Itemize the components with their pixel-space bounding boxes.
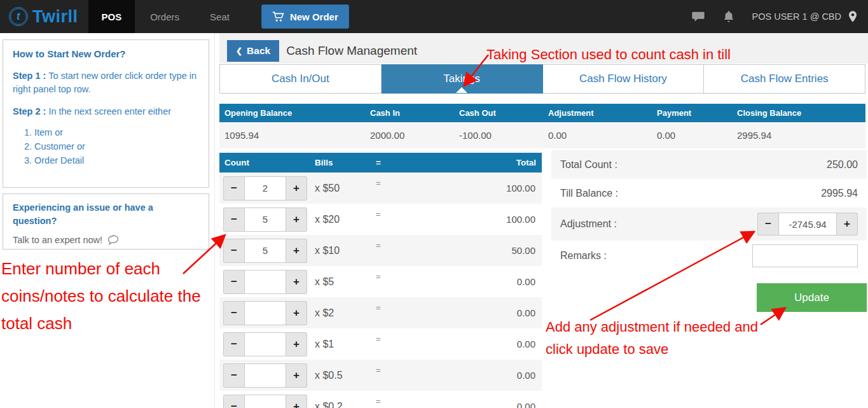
chat-icon[interactable]: [691, 10, 705, 24]
speech-bubble-icon: [107, 234, 120, 246]
remarks-row: Remarks :: [551, 241, 867, 271]
help-panel-title: How to Start New Order?: [13, 48, 199, 59]
count-table-header: Count Bills = Total: [219, 153, 542, 172]
help-step-1: Step 1 : To start new order click order …: [13, 69, 199, 96]
back-button[interactable]: ❮ Back: [227, 40, 279, 62]
minus-button[interactable]: −: [757, 213, 778, 236]
plus-button[interactable]: +: [286, 239, 307, 263]
plus-button[interactable]: +: [286, 270, 307, 294]
minus-button[interactable]: −: [223, 176, 244, 200]
row-total: 100.00: [411, 214, 542, 225]
plus-button[interactable]: +: [286, 208, 307, 232]
count-row-0-5: − + x $0.5 = 0.00: [219, 360, 542, 391]
plus-button[interactable]: +: [286, 176, 307, 200]
denomination-count-table: Count Bills = Total − + x $50 = 100.00: [219, 153, 542, 408]
row-total: 0.00: [411, 339, 542, 349]
plus-button[interactable]: +: [837, 213, 858, 236]
minus-button[interactable]: −: [223, 395, 244, 408]
equals-sign: =: [376, 297, 411, 313]
annotation-count-note: Enter number of each coins/notes to calc…: [1, 255, 214, 337]
balance-summary-table: Opening Balance Cash In Cash Out Adjustm…: [219, 104, 865, 148]
count-input[interactable]: [244, 208, 286, 232]
minus-button[interactable]: −: [223, 270, 244, 294]
tab-cash-in-out[interactable]: Cash In/Out: [219, 64, 382, 94]
count-input[interactable]: [244, 363, 286, 388]
help-panel: How to Start New Order? Step 1 : To star…: [3, 39, 209, 188]
adjustment-row: Adjustment : − +: [551, 208, 867, 241]
plus-button[interactable]: +: [286, 363, 307, 388]
count-row-0-2: − + x $0.2 = 0.00: [219, 391, 542, 408]
row-total: 0.00: [411, 307, 542, 318]
bill-label: x $10: [315, 245, 376, 257]
tab-takings-label: Takings: [443, 73, 480, 85]
col-count: Count: [219, 158, 315, 167]
adjustment-label: Adjustment :: [560, 218, 617, 230]
equals-sign: =: [376, 328, 411, 344]
count-input[interactable]: [244, 301, 286, 325]
plus-button[interactable]: +: [286, 395, 307, 408]
count-input[interactable]: [244, 270, 286, 294]
count-stepper: − +: [223, 301, 315, 325]
equals-sign: =: [376, 204, 411, 219]
nav-item-pos[interactable]: POS: [88, 0, 135, 33]
nav-item-orders[interactable]: Orders: [135, 0, 195, 33]
user-label: POS USER 1 @ CBD: [752, 10, 859, 23]
minus-button[interactable]: −: [223, 208, 244, 232]
brand-logo[interactable]: t Twirll: [0, 7, 88, 27]
cash-out-value: -100.00: [454, 130, 543, 141]
equals-sign: =: [376, 235, 411, 250]
brand-name: Twirll: [32, 7, 78, 27]
talk-to-expert-text: Talk to an expert now!: [13, 235, 102, 245]
count-row-5: − + x $5 = 0.00: [219, 266, 542, 297]
cart-icon: [272, 11, 284, 23]
payment-value: 0.00: [652, 130, 732, 141]
bill-label: x $20: [315, 214, 376, 225]
minus-button[interactable]: −: [223, 363, 244, 388]
count-row-10: − + x $10 = 50.00: [219, 235, 542, 266]
plus-button[interactable]: +: [286, 332, 307, 356]
annotation-adjust-line1: Add any adjustment if needed and: [546, 316, 758, 338]
help-step-2: Step 2 : In the next screen enter either: [13, 105, 199, 118]
minus-button[interactable]: −: [223, 239, 244, 263]
minus-button[interactable]: −: [223, 301, 244, 325]
new-order-button[interactable]: New Order: [261, 4, 349, 29]
location-pin-icon: [846, 10, 859, 23]
bell-icon[interactable]: [722, 10, 736, 24]
help-step-1-label: Step 1 :: [13, 71, 46, 81]
update-button[interactable]: Update: [757, 283, 867, 312]
talk-to-expert-link[interactable]: Talk to an expert now!: [13, 234, 199, 246]
col-equals: =: [376, 158, 411, 167]
count-stepper: − +: [223, 208, 315, 232]
back-button-label: Back: [247, 45, 270, 57]
balance-table-row: 1095.94 2000.00 -100.00 0.00 0.00 2995.9…: [219, 122, 865, 148]
row-total: 0.00: [411, 401, 542, 408]
count-input[interactable]: [244, 332, 286, 356]
minus-button[interactable]: −: [223, 332, 244, 356]
active-tab-caret: [456, 87, 467, 93]
cash-in-value: 2000.00: [365, 130, 454, 141]
row-total: 0.00: [411, 370, 542, 381]
total-count-value: 250.00: [827, 159, 858, 171]
count-input[interactable]: [244, 395, 286, 408]
plus-button[interactable]: +: [286, 301, 307, 325]
tab-cash-flow-history[interactable]: Cash Flow History: [543, 64, 705, 94]
till-balance-label: Till Balance :: [560, 188, 618, 199]
adjustment-stepper: − +: [757, 213, 858, 236]
opening-balance-value: 1095.94: [219, 130, 365, 141]
nav-item-seat[interactable]: Seat: [195, 0, 245, 33]
new-order-label: New Order: [290, 11, 338, 22]
count-input[interactable]: [244, 176, 286, 200]
tab-takings[interactable]: Takings: [382, 64, 543, 94]
count-stepper: − +: [223, 239, 315, 263]
till-balance-value: 2995.94: [821, 188, 858, 199]
col-cash-out: Cash Out: [454, 108, 543, 118]
page-title: Cash Flow Management: [286, 44, 417, 58]
tab-cash-flow-entries[interactable]: Cash Flow Entries: [704, 64, 865, 94]
main-content: ❮ Back Cash Flow Management Taking Secti…: [219, 33, 868, 408]
count-input[interactable]: [244, 239, 286, 263]
total-count-label: Total Count :: [560, 159, 617, 171]
remarks-input[interactable]: [752, 244, 858, 267]
adjustment-input[interactable]: [778, 213, 837, 236]
bill-label: x $50: [315, 183, 376, 194]
takings-summary-panel: Total Count : 250.00 Till Balance : 2995…: [551, 150, 867, 341]
